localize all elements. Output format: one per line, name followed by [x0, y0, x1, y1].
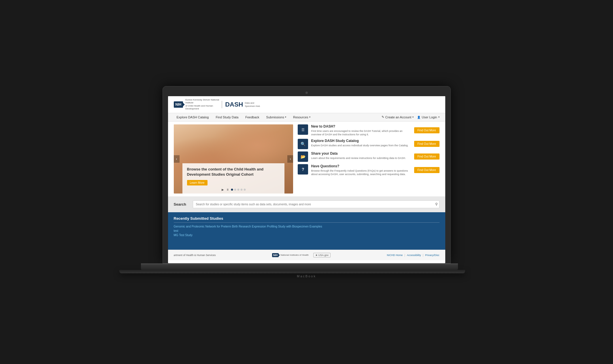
share-data-content: Share your Data Learn about the requirem…: [311, 151, 411, 160]
footer-nih: NIH National Institutes of Health: [272, 253, 309, 257]
footer-center: NIH National Institutes of Health ★ USA.…: [272, 253, 331, 257]
footer-privacy[interactable]: Privacy/Disc: [425, 254, 440, 257]
study-link-2[interactable]: test: [174, 229, 440, 232]
submissions-dropdown-arrow: ▾: [285, 116, 286, 118]
new-to-dash-title: New to DASH?: [311, 124, 411, 128]
nav-submissions[interactable]: Submissions ▾: [263, 113, 289, 121]
questions-title: Have Questions?: [311, 164, 411, 168]
dash-logo: DASH Data and Specimen Hub: [222, 101, 260, 108]
footer-right: NICHD Home | Accessibility | Privacy/Dis…: [387, 254, 439, 257]
footer-left-text: artment of Health & Human Services: [174, 254, 216, 257]
nih-badge: NIH: [174, 101, 183, 108]
create-account-btn[interactable]: Create an Account ▾: [382, 115, 414, 119]
explore-catalog-icon: 🔍: [298, 139, 308, 149]
carousel-dot-5[interactable]: [244, 189, 246, 191]
info-card-questions: Have Questions? Browse through the Frequ…: [298, 164, 439, 176]
footer-accessibility[interactable]: Accessibility: [407, 254, 421, 257]
footer: artment of Health & Human Services NIH N…: [168, 250, 445, 260]
nav-left: Explore DASH Catalog Find Study Data Fee…: [174, 113, 313, 121]
explore-catalog-text: Explore DASH studies and access individu…: [311, 144, 411, 147]
share-data-text: Learn about the requirements and review …: [311, 156, 411, 160]
search-label: Search: [174, 202, 188, 206]
nav-right: Create an Account ▾ User Login ▾: [382, 115, 440, 119]
dash-text: DASH: [225, 101, 243, 108]
usa-gov-text: ★: [315, 254, 318, 257]
carousel-dot-2[interactable]: [234, 189, 236, 191]
carousel-dot-1[interactable]: [231, 189, 233, 191]
laptop-bottom: [119, 270, 465, 273]
study-link-1[interactable]: Genomic and Proteomic Network for Preter…: [174, 225, 440, 228]
question-mark-icon: [302, 167, 304, 172]
explore-catalog-title: Explore DASH Study Catalog: [311, 139, 411, 143]
create-account-dropdown-arrow: ▾: [412, 116, 414, 118]
footer-nih-text: National Institutes of Health: [280, 254, 309, 256]
recent-studies-section: Recently Submitted Studies Genomic and P…: [168, 212, 445, 250]
recent-studies-title: Recently Submitted Studies: [174, 216, 440, 223]
nav-resources[interactable]: Resources ▾: [290, 113, 313, 121]
learn-more-btn[interactable]: Learn More: [187, 180, 208, 185]
nih-logo: NIH Eunice Kennedy Shriver National Inst…: [174, 98, 220, 111]
user-login-dropdown-arrow: ▾: [438, 116, 440, 118]
footer-sep-1: |: [404, 254, 405, 257]
book-icon: [301, 127, 305, 132]
questions-content: Have Questions? Browse through the Frequ…: [311, 164, 411, 176]
study-link-3[interactable]: MG Test Study: [174, 234, 440, 237]
magnify-icon: 🔍: [301, 142, 305, 146]
questions-icon: [298, 164, 308, 175]
search-submit-btn[interactable]: ⚲: [435, 202, 438, 206]
nav-feedback[interactable]: Feedback: [242, 113, 262, 121]
new-to-dash-icon: [298, 124, 308, 135]
user-login-btn[interactable]: User Login ▾: [417, 115, 439, 119]
dash-subtitle: Data and Specimen Hub: [245, 101, 260, 108]
new-to-dash-text: First time users are encouraged to revie…: [311, 129, 411, 136]
webcam: [305, 92, 308, 94]
carousel-prev-btn[interactable]: ‹: [174, 155, 180, 163]
carousel-controls: ▶ ⏸: [221, 188, 246, 191]
footer-sep-2: |: [423, 254, 423, 257]
carousel-title: Browse the content of the Child Health a…: [187, 167, 280, 177]
nav-explore-catalog[interactable]: Explore DASH Catalog: [174, 113, 212, 121]
carousel-dot-3[interactable]: [237, 189, 239, 191]
questions-text: Browse through the Frequently Asked Ques…: [311, 169, 411, 176]
carousel-play-btn[interactable]: ▶: [221, 188, 225, 191]
main-content: ‹ Browse the content of the Child Health…: [168, 122, 445, 250]
hero-section: ‹ Browse the content of the Child Health…: [168, 122, 445, 196]
nav-find-study[interactable]: Find Study Data: [213, 113, 241, 121]
questions-find-out-btn[interactable]: Find Out More: [414, 167, 440, 173]
laptop-brand: MacBook: [297, 274, 316, 278]
info-section: New to DASH? First time users are encour…: [298, 124, 439, 194]
folder-icon: 📂: [301, 154, 305, 159]
search-icon: ⚲: [435, 202, 438, 206]
search-section: Search ⚲: [168, 196, 445, 212]
search-input[interactable]: [193, 200, 440, 208]
search-input-wrapper: ⚲: [193, 200, 440, 208]
screen: NIH Eunice Kennedy Shriver National Inst…: [168, 96, 445, 263]
nih-text: Eunice Kennedy Shriver National Institut…: [185, 98, 220, 111]
carousel-dot-4[interactable]: [240, 189, 242, 191]
info-card-explore-catalog: 🔍 Explore DASH Study Catalog Explore DAS…: [298, 139, 439, 149]
carousel-pause-btn[interactable]: ⏸: [226, 188, 230, 191]
explore-catalog-find-out-btn[interactable]: Find Out More: [414, 141, 440, 147]
info-card-share-data: 📂 Share your Data Learn about the requir…: [298, 151, 439, 162]
footer-nichd-home[interactable]: NICHD Home: [387, 254, 403, 257]
edit-icon: [382, 115, 384, 119]
screen-bezel: NIH Eunice Kennedy Shriver National Inst…: [163, 86, 451, 263]
new-to-dash-content: New to DASH? First time users are encour…: [311, 124, 411, 136]
laptop-frame: NIH Eunice Kennedy Shriver National Inst…: [163, 86, 451, 278]
laptop-base: [141, 263, 458, 270]
carousel-next-btn[interactable]: ›: [287, 155, 293, 163]
footer-nih-badge: NIH: [272, 253, 279, 257]
resources-dropdown-arrow: ▾: [309, 116, 310, 118]
site-header: NIH Eunice Kennedy Shriver National Inst…: [168, 96, 445, 113]
info-card-new-to-dash: New to DASH? First time users are encour…: [298, 124, 439, 136]
share-data-find-out-btn[interactable]: Find Out More: [414, 153, 440, 160]
new-to-dash-find-out-btn[interactable]: Find Out More: [414, 127, 440, 133]
explore-catalog-content: Explore DASH Study Catalog Explore DASH …: [311, 139, 411, 147]
usa-gov-logo: ★ USA.gov: [313, 253, 331, 257]
share-data-title: Share your Data: [311, 151, 411, 156]
user-icon: [417, 115, 420, 119]
share-data-icon: 📂: [298, 151, 308, 162]
carousel: ‹ Browse the content of the Child Health…: [174, 124, 293, 194]
nav-bar: Explore DASH Catalog Find Study Data Fee…: [168, 113, 445, 122]
